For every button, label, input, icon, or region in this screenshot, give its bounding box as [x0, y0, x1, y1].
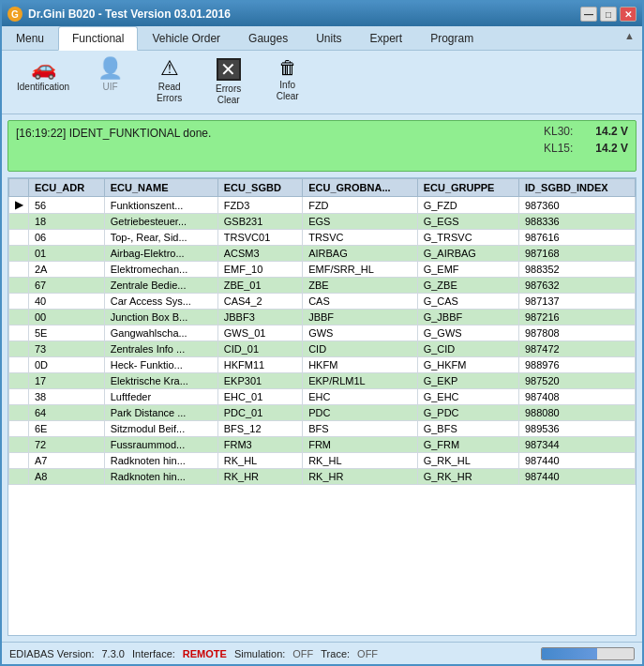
ecu-grobna-cell: AIRBAG [303, 246, 417, 262]
ecu-grobna-cell: EHC [303, 389, 417, 405]
ecu-name-cell: Elektrische Kra... [104, 373, 217, 389]
ecu-index-cell: 988336 [518, 214, 635, 230]
ecu-name-cell: Gangwahlscha... [104, 325, 217, 341]
table-row[interactable]: 67Zentrale Bedie...ZBE_01ZBEG_ZBE987632 [9, 278, 636, 294]
trash-icon: 🗑 [278, 58, 297, 77]
errors-clear-button[interactable]: ✕ ErrorsClear [202, 54, 254, 110]
interface-value: REMOTE [183, 648, 227, 659]
ecu-adr-cell: 6E [29, 421, 105, 437]
kl15-label: KL15: [544, 142, 573, 155]
table-row[interactable]: 40Car Access Sys...CAS4_2CASG_CAS987137 [9, 294, 636, 310]
table-row[interactable]: 72Fussraummod...FRM3FRMG_FRM987344 [9, 437, 636, 453]
ecu-index-cell: 987440 [518, 469, 635, 485]
col-id-sgbd-index[interactable]: ID_SGBD_INDEX [518, 179, 635, 197]
car-icon: 🚗 [31, 58, 56, 79]
info-clear-button[interactable]: 🗑 InfoClear [262, 54, 313, 110]
ecu-gruppe-cell: G_RK_HR [417, 469, 518, 485]
table-row[interactable]: 2AElektromechan...EMF_10EMF/SRR_HLG_EMF9… [9, 262, 636, 278]
minimize-button[interactable]: — [580, 7, 597, 22]
table-row[interactable]: 00Junction Box B...JBBF3JBBFG_JBBF987216 [9, 310, 636, 325]
table-scroll[interactable]: ECU_ADR ECU_NAME ECU_SGBD ECU_GROBNA... … [8, 178, 636, 635]
ecu-index-cell: 987472 [518, 341, 635, 357]
row-indicator [9, 278, 29, 294]
ecu-name-cell: Radknoten hin... [104, 453, 217, 469]
kl30-value: 14.2 V [595, 125, 628, 138]
table-row[interactable]: 5EGangwahlscha...GWS_01GWSG_GWS987808 [9, 325, 636, 341]
table-row[interactable]: 17Elektrische Kra...EKP301EKP/RLM1LG_EKP… [9, 373, 636, 389]
read-errors-label: ReadErrors [157, 82, 182, 104]
tab-vehicle-order[interactable]: Vehicle Order [138, 26, 234, 50]
ecu-gruppe-cell: G_RK_HL [417, 453, 518, 469]
ecu-name-cell: Zentrale Bedie... [104, 278, 217, 294]
table-row[interactable]: A7Radknoten hin...RK_HLRK_HLG_RK_HL98744… [9, 453, 636, 469]
ecu-gruppe-cell: G_EKP [417, 373, 518, 389]
ecu-gruppe-cell: G_JBBF [417, 310, 518, 325]
tab-program[interactable]: Program [416, 26, 487, 50]
table-row[interactable]: 6ESitzmodul Beif...BFS_12BFSG_BFS989536 [9, 421, 636, 437]
read-errors-button[interactable]: ⚠ ReadErrors [143, 54, 195, 110]
table-row[interactable]: 06Top-, Rear, Sid...TRSVC01TRSVCG_TRSVC9… [9, 230, 636, 246]
info-clear-label: InfoClear [277, 80, 299, 102]
ecu-adr-cell: 72 [29, 437, 105, 453]
col-ecu-adr[interactable]: ECU_ADR [29, 179, 105, 197]
ecu-grobna-cell: ZBE [303, 278, 417, 294]
ecu-index-cell: 987408 [518, 389, 635, 405]
col-ecu-name[interactable]: ECU_NAME [104, 179, 217, 197]
col-ecu-grobna[interactable]: ECU_GROBNA... [303, 179, 417, 197]
col-ecu-sgbd[interactable]: ECU_SGBD [217, 179, 302, 197]
ecu-index-cell: 987344 [518, 437, 635, 453]
title-bar: G Dr.Gini B020 - Test Version 03.01.2016… [2, 2, 642, 26]
table-row[interactable]: A8Radknoten hin...RK_HRRK_HRG_RK_HR98744… [9, 469, 636, 485]
ecu-gruppe-cell: G_CID [417, 341, 518, 357]
ecu-index-cell: 987632 [518, 278, 635, 294]
ecu-adr-cell: 73 [29, 341, 105, 357]
tab-functional[interactable]: Functional [58, 26, 138, 51]
ecu-index-cell: 988080 [518, 405, 635, 421]
ecu-sgbd-cell: CID_01 [217, 341, 302, 357]
tab-gauges[interactable]: Gauges [234, 26, 302, 50]
ecu-sgbd-cell: PDC_01 [217, 405, 302, 421]
ecu-name-cell: Zentrales Info ... [104, 341, 217, 357]
maximize-button[interactable]: □ [600, 7, 617, 22]
progress-bar-container [541, 647, 635, 660]
table-row[interactable]: 73Zentrales Info ...CID_01CIDG_CID987472 [9, 341, 636, 357]
ecu-gruppe-cell: G_CAS [417, 294, 518, 310]
table-row[interactable]: 18Getriebesteuer...GSB231EGSG_EGS988336 [9, 214, 636, 230]
table-row[interactable]: 64Park Distance ...PDC_01PDCG_PDC988080 [9, 405, 636, 421]
ecu-sgbd-cell: EKP301 [217, 373, 302, 389]
table-row[interactable]: 0DHeck- Funktio...HKFM11HKFMG_HKFM988976 [9, 357, 636, 373]
app-icon: G [7, 7, 22, 22]
ecu-gruppe-cell: G_HKFM [417, 357, 518, 373]
ecu-index-cell: 988352 [518, 262, 635, 278]
table-row[interactable]: 01Airbag-Elektro...ACSM3AIRBAGG_AIRBAG98… [9, 246, 636, 262]
collapse-button[interactable]: ▲ [617, 26, 642, 50]
table-row[interactable]: ▶56Funktionszent...FZD3FZDG_FZD987360 [9, 197, 636, 214]
table-row[interactable]: 38LuftfederEHC_01EHCG_EHC987408 [9, 389, 636, 405]
ecu-grobna-cell: EGS [303, 214, 417, 230]
ecu-grobna-cell: BFS [303, 421, 417, 437]
voltage-info: KL30: 14.2 V KL15: 14.2 V [544, 125, 628, 155]
ecu-index-cell: 987168 [518, 246, 635, 262]
ecu-sgbd-cell: BFS_12 [217, 421, 302, 437]
tab-units[interactable]: Units [302, 26, 355, 50]
col-ecu-gruppe[interactable]: ECU_GRUPPE [417, 179, 518, 197]
ecu-adr-cell: A8 [29, 469, 105, 485]
tab-expert[interactable]: Expert [355, 26, 416, 50]
ecu-index-cell: 987440 [518, 453, 635, 469]
tab-menu[interactable]: Menu [2, 26, 58, 50]
close-button[interactable]: ✕ [620, 7, 637, 22]
window-controls: — □ ✕ [580, 7, 637, 22]
simulation-value: OFF [292, 648, 313, 659]
errors-clear-icon: ✕ [217, 58, 241, 81]
ecu-adr-cell: 56 [29, 197, 105, 214]
ecu-index-cell: 987360 [518, 197, 635, 214]
uif-button[interactable]: 👤 UIF [84, 54, 136, 110]
progress-bar-fill [542, 648, 597, 659]
row-indicator: ▶ [9, 197, 29, 214]
ecu-index-cell: 987216 [518, 310, 635, 325]
status-box: [16:19:22] IDENT_FUNKTIONAL done. KL30: … [7, 120, 637, 172]
ecu-adr-cell: 18 [29, 214, 105, 230]
ecu-name-cell: Radknoten hin... [104, 469, 217, 485]
ecu-gruppe-cell: G_EGS [417, 214, 518, 230]
identification-button[interactable]: 🚗 Identification [9, 54, 77, 110]
